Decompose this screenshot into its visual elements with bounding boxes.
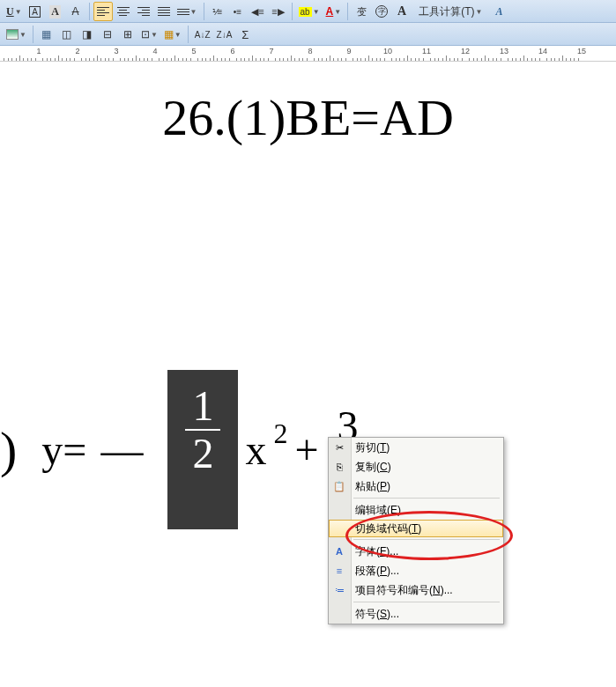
menu-item-label: 字体(F)...: [355, 544, 398, 559]
char-shading-button[interactable]: A: [46, 2, 65, 21]
menu-separator: [353, 498, 500, 499]
menu-item-label: 段落(P)...: [355, 564, 399, 579]
separator: [188, 26, 189, 43]
menu-item-icon: ≡: [332, 564, 346, 578]
align-right-button[interactable]: [134, 2, 153, 21]
menu-item[interactable]: ⎘复制(C): [329, 457, 503, 476]
ruler-number: 1: [36, 47, 41, 55]
y-equals: y=: [41, 425, 86, 474]
menu-item[interactable]: 📋粘贴(P): [329, 476, 503, 496]
autofit-button[interactable]: ▦▼: [161, 25, 184, 44]
font-color-button[interactable]: A▼: [323, 2, 345, 21]
horizontal-ruler[interactable]: 123456789101112131415: [0, 46, 616, 62]
ruler-number: 14: [538, 47, 547, 55]
ruler-number: 13: [500, 47, 508, 55]
menu-item-label: 切换域代码(T): [355, 521, 421, 536]
plus-sign: +: [294, 425, 318, 474]
separator: [292, 3, 293, 20]
menu-item-icon: 📋: [332, 479, 346, 493]
context-menu: ✂剪切(T)⎘复制(C)📋粘贴(P)编辑域(E)切换域代码(T)A字体(F)..…: [328, 437, 504, 624]
ruler-number: 11: [422, 47, 431, 55]
selected-fraction[interactable]: 1 2: [167, 370, 238, 529]
toolbar-row-1: U▼ A A A ▼ ⅟≡ •≡ ◀≡ ≡▶ ab▼ A▼ 变 字 A 工具计算…: [0, 0, 616, 23]
align-center-button[interactable]: [114, 2, 133, 21]
document-area[interactable]: 26.(1)BE=AD ) y= — 1 2 x2+ 3 2 x+: [0, 62, 616, 687]
decrease-indent-button[interactable]: ◀≡: [249, 2, 268, 21]
menu-item[interactable]: 编辑域(E): [329, 500, 503, 520]
distribute-button[interactable]: ▼: [174, 2, 200, 21]
menu-item-label: 粘贴(P): [355, 479, 390, 494]
menu-item-icon: ✂: [332, 440, 346, 454]
ruler-number: 9: [346, 47, 351, 55]
highlight-color-button[interactable]: ab▼: [296, 2, 323, 21]
cell-align-button[interactable]: ⊡▼: [138, 25, 160, 44]
menu-separator: [353, 539, 500, 540]
ruler-number: 12: [461, 47, 470, 55]
x-var: x: [245, 425, 266, 474]
menu-item[interactable]: 切换域代码(T): [329, 520, 503, 537]
ruler-number: 7: [269, 47, 273, 55]
menu-separator: [353, 602, 500, 602]
menu-item-icon: [332, 607, 346, 621]
menu-item-label: 剪切(T): [355, 440, 390, 455]
ruler-number: 8: [308, 47, 312, 55]
separator: [204, 3, 204, 20]
char-border-button[interactable]: A: [26, 2, 45, 21]
ruler-number: 5: [191, 47, 196, 55]
menu-item-icon: ≔: [332, 583, 346, 597]
ruler-number: 3: [114, 47, 118, 55]
font-grow-button[interactable]: A: [392, 2, 412, 21]
eraser-button[interactable]: ◨: [78, 25, 97, 44]
sort-asc-button[interactable]: A↓Z: [192, 25, 213, 44]
menu-item[interactable]: 符号(S)...: [329, 604, 503, 624]
separator: [89, 3, 90, 20]
separator: [347, 3, 348, 20]
close-paren: ): [0, 420, 17, 479]
align-left-button[interactable]: [93, 2, 113, 21]
draw-table-button[interactable]: ◫: [57, 25, 77, 44]
autosum-button[interactable]: Σ: [235, 25, 255, 44]
menu-item[interactable]: ≡段落(P)...: [329, 561, 503, 580]
tool-calc-button[interactable]: 工具计算(T)▼: [412, 2, 488, 21]
superscript-2: 2: [273, 417, 287, 450]
underline-button[interactable]: U▼: [4, 2, 25, 21]
split-cells-button[interactable]: ⊞: [118, 25, 137, 44]
toolbar-row-2: ▼ ▦ ◫ ◨ ⊟ ⊞ ⊡▼ ▦▼ A↓Z Z↓A Σ: [0, 23, 616, 46]
merge-cells-button[interactable]: ⊟: [98, 25, 117, 44]
ruler-number: 10: [383, 47, 392, 55]
menu-item[interactable]: ✂剪切(T): [329, 438, 503, 457]
menu-item-icon: A: [332, 544, 346, 558]
menu-item-label: 编辑域(E): [355, 503, 401, 518]
numbered-list-button[interactable]: ⅟≡: [208, 2, 227, 21]
bullet-list-button[interactable]: •≡: [228, 2, 248, 21]
sort-desc-button[interactable]: Z↓A: [214, 25, 235, 44]
menu-item-icon: [332, 503, 346, 517]
menu-item-icon: ⎘: [332, 460, 346, 474]
menu-item[interactable]: ≔项目符号和编号(N)...: [329, 580, 503, 600]
menu-item-label: 项目符号和编号(N)...: [355, 583, 453, 598]
frac1-numerator: 1: [185, 383, 220, 429]
insert-table-button[interactable]: ▦: [37, 25, 56, 44]
separator: [33, 26, 33, 43]
ruler-number: 6: [230, 47, 234, 55]
menu-item-icon: [333, 521, 347, 536]
align-justify-button[interactable]: [154, 2, 174, 21]
enclose-char-button[interactable]: 字: [372, 2, 391, 21]
strikethrough-button[interactable]: A: [66, 2, 85, 21]
shading-button[interactable]: ▼: [4, 25, 29, 44]
script-button[interactable]: A: [489, 2, 508, 21]
minus-sign: —: [100, 425, 143, 474]
ruler-number: 2: [75, 47, 79, 55]
menu-item[interactable]: A字体(F)...: [329, 542, 503, 561]
menu-item-label: 符号(S)...: [355, 607, 399, 622]
increase-indent-button[interactable]: ≡▶: [269, 2, 288, 21]
ruler-number: 15: [577, 47, 586, 55]
ruler-number: 4: [152, 47, 157, 55]
equation-line-1: 26.(1)BE=AD: [0, 88, 616, 147]
phonetic-guide-button[interactable]: 变: [352, 2, 371, 21]
frac1-denominator: 2: [185, 431, 220, 476]
menu-item-label: 复制(C): [355, 460, 391, 475]
